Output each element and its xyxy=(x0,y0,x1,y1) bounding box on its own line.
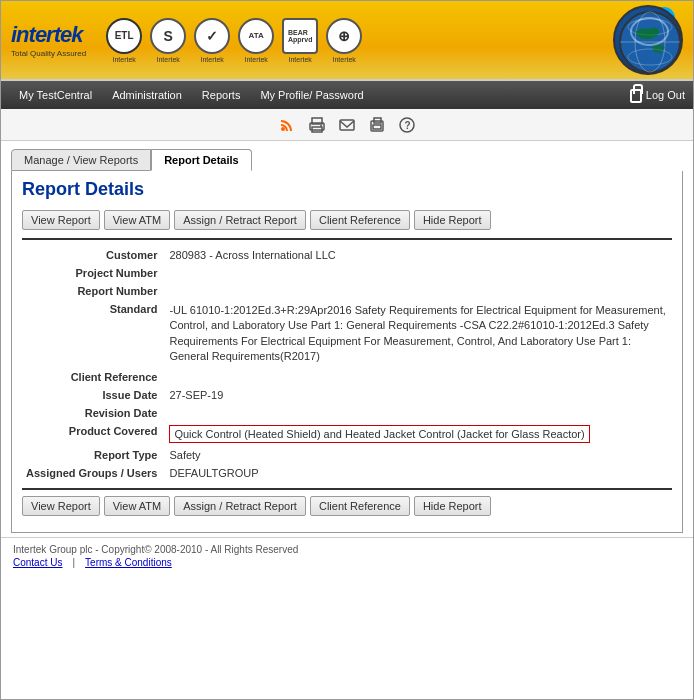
footer-separator: | xyxy=(72,557,75,568)
nav-my-testcentral[interactable]: My TestCentral xyxy=(9,85,102,105)
issue-date-value: 27-SEP-19 xyxy=(165,386,672,404)
product-covered-label: Product Covered xyxy=(22,422,165,446)
cert-etl: ETL Intertek xyxy=(106,18,142,63)
client-reference-row: Client Reference xyxy=(22,368,672,386)
email-icon[interactable] xyxy=(336,114,358,136)
revision-date-row: Revision Date xyxy=(22,404,672,422)
hide-report-button-bottom[interactable]: Hide Report xyxy=(414,496,491,516)
revision-date-label: Revision Date xyxy=(22,404,165,422)
svg-point-5 xyxy=(281,127,285,131)
issue-date-label: Issue Date xyxy=(22,386,165,404)
copyright-text: Intertek Group plc - Copyright© 2008-201… xyxy=(13,544,681,555)
s-label: Intertek xyxy=(156,56,179,63)
report-type-value: Safety xyxy=(165,446,672,464)
globe-icon xyxy=(613,5,683,75)
report-type-row: Report Type Safety xyxy=(22,446,672,464)
tab-manage-view-reports[interactable]: Manage / View Reports xyxy=(11,149,151,171)
cert-icons-area: ETL Intertek S Intertek ✓ Intertek ATA I… xyxy=(106,18,613,63)
project-number-value xyxy=(165,264,672,282)
bear-label: Intertek xyxy=(288,56,311,63)
view-report-button-top[interactable]: View Report xyxy=(22,210,100,230)
s-icon: S xyxy=(150,18,186,54)
nav-reports[interactable]: Reports xyxy=(192,85,251,105)
fax-icon[interactable] xyxy=(366,114,388,136)
svg-point-9 xyxy=(320,125,322,127)
customer-label: Customer xyxy=(22,246,165,264)
view-report-button-bottom[interactable]: View Report xyxy=(22,496,100,516)
bottom-divider xyxy=(22,488,672,490)
client-reference-value xyxy=(165,368,672,386)
client-reference-label: Client Reference xyxy=(22,368,165,386)
assign-retract-button-bottom[interactable]: Assign / Retract Report xyxy=(174,496,306,516)
toolbar: ? xyxy=(1,109,693,141)
header: intertek Total Quality Assured ETL Inter… xyxy=(1,1,693,81)
terms-link[interactable]: Terms & Conditions xyxy=(85,557,172,568)
rss-icon[interactable] xyxy=(276,114,298,136)
action-buttons-bottom: View Report View ATM Assign / Retract Re… xyxy=(22,496,672,516)
etl-icon: ETL xyxy=(106,18,142,54)
footer-links: Contact Us | Terms & Conditions xyxy=(13,557,681,568)
check-label: Intertek xyxy=(200,56,223,63)
check-icon: ✓ xyxy=(194,18,230,54)
assign-retract-button-top[interactable]: Assign / Retract Report xyxy=(174,210,306,230)
client-reference-button-bottom[interactable]: Client Reference xyxy=(310,496,410,516)
svg-rect-13 xyxy=(373,125,381,129)
cert-ata: ATA Intertek xyxy=(238,18,274,63)
contact-us-link[interactable]: Contact Us xyxy=(13,557,62,568)
cert-bear: BEARApprvd Intertek xyxy=(282,18,318,63)
issue-date-row: Issue Date 27-SEP-19 xyxy=(22,386,672,404)
assigned-groups-label: Assigned Groups / Users xyxy=(22,464,165,482)
tabs-row: Manage / View Reports Report Details xyxy=(1,141,693,171)
customer-value: 280983 - Across International LLC xyxy=(165,246,672,264)
svg-rect-10 xyxy=(340,120,354,130)
details-table: Customer 280983 - Across International L… xyxy=(22,246,672,482)
customer-row: Customer 280983 - Across International L… xyxy=(22,246,672,264)
assigned-groups-row: Assigned Groups / Users DEFAULTGROUP xyxy=(22,464,672,482)
project-number-label: Project Number xyxy=(22,264,165,282)
project-number-row: Project Number xyxy=(22,264,672,282)
bear-icon: BEARApprvd xyxy=(282,18,318,54)
nav-administration[interactable]: Administration xyxy=(102,85,192,105)
footer: Intertek Group plc - Copyright© 2008-201… xyxy=(1,537,693,574)
report-number-row: Report Number xyxy=(22,282,672,300)
logo-area: intertek Total Quality Assured xyxy=(11,22,86,58)
lock-icon xyxy=(630,89,642,103)
ata-label: Intertek xyxy=(244,56,267,63)
globe-area xyxy=(613,5,683,75)
report-type-label: Report Type xyxy=(22,446,165,464)
page-title: Report Details xyxy=(22,179,672,200)
circle-label: Intertek xyxy=(332,56,355,63)
navbar: My TestCentral Administration Reports My… xyxy=(1,81,693,109)
standard-label: Standard xyxy=(22,300,165,368)
standard-value: -UL 61010-1:2012Ed.3+R:29Apr2016 Safety … xyxy=(165,300,672,368)
hide-report-button-top[interactable]: Hide Report xyxy=(414,210,491,230)
logout-label: Log Out xyxy=(646,89,685,101)
logo-text: intertek xyxy=(11,22,82,48)
client-reference-button-top[interactable]: Client Reference xyxy=(310,210,410,230)
help-icon[interactable]: ? xyxy=(396,114,418,136)
nav-logout[interactable]: Log Out xyxy=(630,87,685,103)
circle-icon: ⊕ xyxy=(326,18,362,54)
nav-my-profile[interactable]: My Profile/ Password xyxy=(250,85,373,105)
view-atm-button-bottom[interactable]: View ATM xyxy=(104,496,171,516)
product-covered-row: Product Covered Quick Control (Heated Sh… xyxy=(22,422,672,446)
report-number-label: Report Number xyxy=(22,282,165,300)
cert-circle: ⊕ Intertek xyxy=(326,18,362,63)
tab-content: Report Details View Report View ATM Assi… xyxy=(11,171,683,533)
product-covered-value: Quick Control (Heated Shield) and Heated… xyxy=(165,422,672,446)
report-number-value xyxy=(165,282,672,300)
standard-row: Standard -UL 61010-1:2012Ed.3+R:29Apr201… xyxy=(22,300,672,368)
svg-point-3 xyxy=(628,19,672,35)
logo-tagline: Total Quality Assured xyxy=(11,49,86,58)
ata-icon: ATA xyxy=(238,18,274,54)
view-atm-button-top[interactable]: View ATM xyxy=(104,210,171,230)
svg-text:?: ? xyxy=(405,120,411,131)
action-buttons-top: View Report View ATM Assign / Retract Re… xyxy=(22,210,672,230)
tab-report-details[interactable]: Report Details xyxy=(151,149,252,171)
print-icon[interactable] xyxy=(306,114,328,136)
etl-label: Intertek xyxy=(112,56,135,63)
cert-s: S Intertek xyxy=(150,18,186,63)
product-covered-box: Quick Control (Heated Shield) and Heated… xyxy=(169,425,589,443)
revision-date-value xyxy=(165,404,672,422)
cert-check: ✓ Intertek xyxy=(194,18,230,63)
